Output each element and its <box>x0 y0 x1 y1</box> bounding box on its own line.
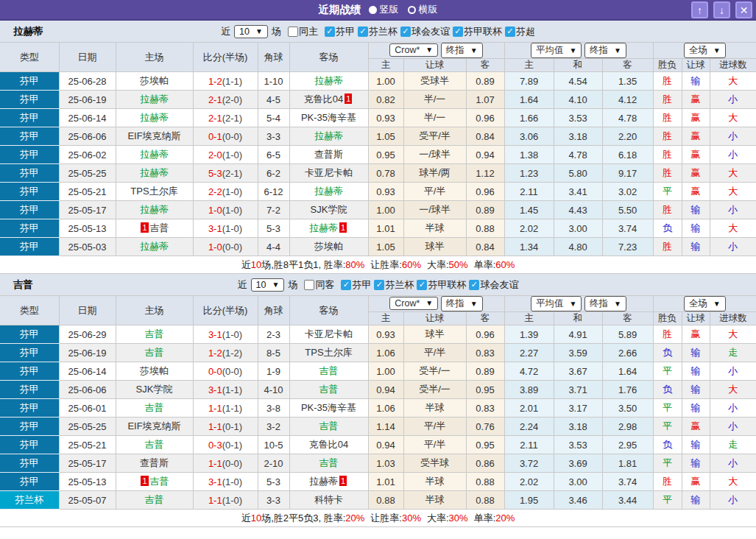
league-filter[interactable]: ✓芬兰杯 <box>358 25 398 38</box>
avg-source-select[interactable]: 平均值▼ <box>531 296 582 311</box>
average-odds-cell: 3.72 <box>504 454 554 473</box>
league-filter-label: 芬甲 <box>336 25 355 38</box>
average-odds-cell: 2.24 <box>504 418 554 436</box>
odds-stage-select[interactable]: 终指▼ <box>441 296 483 311</box>
home-team-name: EIF埃克纳斯 <box>127 420 180 431</box>
radio-vertical-layout[interactable]: 竖版 <box>369 3 399 16</box>
checkbox-checked-icon[interactable]: ✓ <box>417 280 427 290</box>
checkbox-checked-icon[interactable]: ✓ <box>505 27 515 37</box>
home-team-cell: 拉赫蒂 <box>116 201 193 219</box>
radio-unselected-icon[interactable] <box>408 6 416 14</box>
scope-value: 全场 <box>689 297 707 310</box>
half-time-score: (0-0) <box>222 458 242 469</box>
league-type-cell: 芬甲 <box>0 362 59 381</box>
checkbox-checked-icon[interactable]: ✓ <box>374 280 384 290</box>
away-team-cell: SJK学院 <box>289 201 368 219</box>
checkbox-checked-icon[interactable]: ✓ <box>469 280 479 290</box>
sub-header-winlose: 胜负 <box>653 312 682 325</box>
half-time-score: (0-0) <box>222 131 242 142</box>
checkbox-unchecked-icon[interactable] <box>304 280 314 290</box>
away-team-cell: 拉赫蒂 <box>289 72 368 91</box>
near-label: 近 <box>238 278 247 292</box>
checkbox-checked-icon[interactable]: ✓ <box>358 27 368 37</box>
result-cell: 小 <box>710 418 756 436</box>
move-down-button[interactable]: ↓ <box>713 1 730 18</box>
score-cell: 0-3(0-1) <box>193 436 258 454</box>
col-header-home: 主场 <box>116 43 193 72</box>
league-filter-label: 球会友谊 <box>480 278 518 292</box>
league-filter[interactable]: ✓球会友谊 <box>469 278 518 292</box>
avg-stage-select[interactable]: 终指▼ <box>584 296 626 311</box>
away-team-name: 吉普 <box>319 457 339 468</box>
average-odds-cell: 1.95 <box>504 491 554 510</box>
league-filter[interactable]: ✓芬甲联杯 <box>417 278 466 292</box>
result-scope-header: 全场▼ <box>653 296 756 312</box>
handicap-odds-cell: 1.01 <box>368 473 403 491</box>
home-team-cell: TPS土尔库 <box>116 183 193 201</box>
average-odds-cell: 3.18 <box>554 418 602 436</box>
same-venue-filter[interactable]: 同客 <box>304 278 334 292</box>
handicap-odds-cell: 半球 <box>403 219 466 238</box>
league-filter-label: 芬兰杯 <box>385 278 414 292</box>
checkbox-checked-icon[interactable]: ✓ <box>400 27 411 37</box>
sub-header-home-odds: 主 <box>368 59 403 72</box>
league-filter[interactable]: ✓芬甲联杯 <box>453 25 502 38</box>
odds-source-select[interactable]: Crow*▼ <box>389 297 438 310</box>
radio-selected-icon[interactable] <box>369 6 377 14</box>
sub-header-home-odds: 主 <box>368 312 403 325</box>
radio-horizontal-layout[interactable]: 横版 <box>408 3 438 16</box>
average-odds-header: 平均值▼ 终指▼ <box>504 43 653 59</box>
average-odds-cell: 4.72 <box>504 362 554 381</box>
corner-cell: 3-3 <box>258 127 289 146</box>
scope-select[interactable]: 全场▼ <box>684 43 726 58</box>
home-team-name: 吉普 <box>145 494 164 505</box>
odds-source-select[interactable]: Crow*▼ <box>389 43 438 57</box>
away-team-cell: PK-35海辛基 <box>289 109 368 127</box>
down-arrow-icon: ↓ <box>719 4 724 16</box>
checkbox-unchecked-icon[interactable] <box>288 27 298 37</box>
handicap-odds-cell: 1.14 <box>368 418 403 436</box>
away-team-cell: 莎埃帕 <box>289 238 368 256</box>
average-odds-cell: 3.74 <box>602 473 653 491</box>
score-cell: 1-1(1-0) <box>193 491 258 510</box>
avg-stage-select[interactable]: 终指▼ <box>584 43 626 58</box>
average-odds-cell: 2.11 <box>504 183 554 201</box>
same-venue-filter[interactable]: 同主 <box>288 25 318 38</box>
handicap-odds-cell: 0.89 <box>466 201 504 219</box>
avg-source-value: 平均值 <box>536 44 564 57</box>
checkbox-checked-icon[interactable]: ✓ <box>341 280 351 290</box>
away-team-cell: 拉赫蒂1 <box>289 219 368 238</box>
col-header-date: 日期 <box>59 296 116 325</box>
date-cell: 25-06-01 <box>59 399 116 418</box>
result-cell: 输 <box>682 362 710 381</box>
checkbox-checked-icon[interactable]: ✓ <box>325 27 335 37</box>
score-cell: 1-2(1-1) <box>193 72 258 91</box>
league-filter[interactable]: ✓芬超 <box>505 25 535 38</box>
result-cell: 小 <box>710 362 756 381</box>
checkbox-checked-icon[interactable]: ✓ <box>453 27 463 37</box>
score-cell: 3-1(1-0) <box>193 219 258 238</box>
move-up-button[interactable]: ↑ <box>691 1 708 18</box>
league-filter[interactable]: ✓芬甲 <box>325 25 355 38</box>
games-count-select[interactable]: 10 ▼ <box>251 278 285 292</box>
games-count-select[interactable]: 10 ▼ <box>234 25 268 38</box>
away-team-name: 查普斯 <box>314 149 343 160</box>
odds-stage-select[interactable]: 终指▼ <box>441 43 483 58</box>
average-odds-cell: 3.00 <box>554 219 602 238</box>
red-card-badge: 1 <box>141 222 148 233</box>
handicap-odds-cell: 球半 <box>403 238 466 256</box>
match-row: 芬甲25-05-25拉赫蒂5-3(2-1)6-2卡亚尼卡帕0.78球半/两1.1… <box>0 164 756 183</box>
league-filter[interactable]: ✓球会友谊 <box>400 25 450 38</box>
league-type-cell: 芬甲 <box>0 344 59 362</box>
league-filter[interactable]: ✓芬兰杯 <box>374 278 414 292</box>
header-dropdown-row: 类型 日期 主场 比分(半场) 角球 客场 Crow*▼ 终指▼ 平均值▼ 终指… <box>0 43 756 59</box>
half-time-score: (1-0) <box>222 205 242 216</box>
red-card-badge: 1 <box>339 222 347 233</box>
result-cell: 赢 <box>682 473 710 491</box>
summary-handicap-rate: 30% <box>402 512 421 524</box>
close-button[interactable]: ✕ <box>735 1 752 18</box>
avg-source-select[interactable]: 平均值▼ <box>531 43 582 58</box>
scope-select[interactable]: 全场▼ <box>684 296 726 311</box>
league-filter[interactable]: ✓芬甲 <box>341 278 371 292</box>
handicap-odds-cell: 0.88 <box>466 219 504 238</box>
